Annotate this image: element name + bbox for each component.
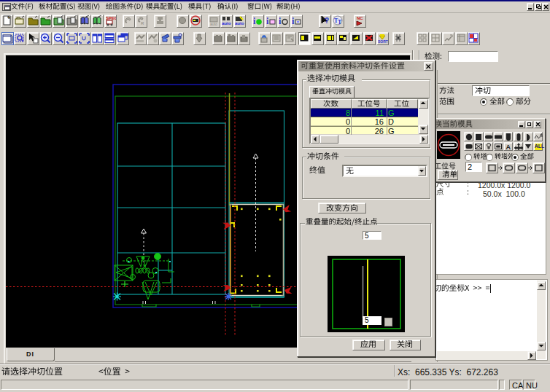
svg-text:auto: auto — [235, 21, 244, 26]
svg-text:R: R — [141, 21, 144, 26]
svg-text:A: A — [506, 144, 511, 151]
svg-text:NC: NC — [357, 16, 363, 20]
svg-text:auto: auto — [210, 22, 217, 26]
svg-text:i: i — [292, 16, 295, 26]
svg-text:?: ? — [325, 17, 329, 25]
svg-text:SPEC: SPEC — [106, 16, 116, 20]
svg-text:i: i — [266, 16, 269, 26]
svg-text:i: i — [253, 16, 256, 26]
svg-text:auto: auto — [222, 21, 231, 26]
svg-text:i: i — [279, 16, 282, 26]
svg-text:SORT: SORT — [378, 39, 388, 44]
svg-text:T: T — [338, 19, 342, 26]
